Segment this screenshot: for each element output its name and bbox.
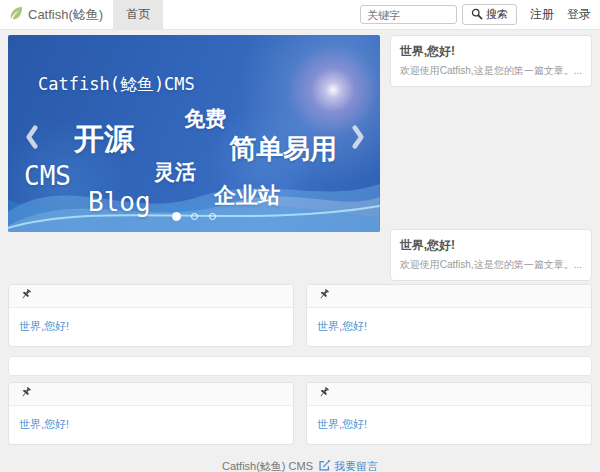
banner-keyword-opensource: 开源 <box>74 119 134 160</box>
banner-keyword-easy: 简单易用 <box>229 131 337 167</box>
nav-tab-home[interactable]: 首页 <box>113 0 163 29</box>
empty-links-bar <box>8 356 592 376</box>
sidebar-article-title[interactable]: 世界,您好! <box>400 237 582 254</box>
register-link[interactable]: 注册 <box>530 6 554 23</box>
pin-icon <box>313 286 333 307</box>
pin-icon <box>15 384 35 405</box>
card-header <box>9 383 293 406</box>
article-link[interactable]: 世界,您好! <box>19 418 69 430</box>
cards-row-2: 世界,您好! 世界,您好! <box>8 382 592 445</box>
carousel-dot-3[interactable] <box>209 213 216 220</box>
pin-icon <box>15 286 35 307</box>
cards-row-1: 世界,您好! 世界,您好! <box>8 284 592 347</box>
card-header <box>307 285 591 308</box>
article-link[interactable]: 世界,您好! <box>317 418 367 430</box>
carousel-dot-1[interactable] <box>172 212 181 221</box>
card-header <box>9 285 293 308</box>
search-input[interactable] <box>360 5 457 24</box>
card-body: 世界,您好! <box>9 406 293 444</box>
carousel-dot-2[interactable] <box>191 213 198 220</box>
site-logo[interactable]: Catfish(鲶鱼) <box>0 0 113 29</box>
card-body: 世界,您好! <box>9 308 293 346</box>
chevron-left-icon[interactable] <box>24 123 39 155</box>
chevron-right-icon[interactable] <box>351 123 366 155</box>
sidebar-article-excerpt: 欢迎使用Catfish,这是您的第一篇文章。... <box>400 258 582 272</box>
card-header <box>307 383 591 406</box>
article-link[interactable]: 世界,您好! <box>317 320 367 332</box>
sidebar-article-excerpt: 欢迎使用Catfish,这是您的第一篇文章。... <box>400 64 582 78</box>
card-body: 世界,您好! <box>307 406 591 444</box>
article-card: 世界,您好! <box>306 382 592 445</box>
login-link[interactable]: 登录 <box>567 6 591 23</box>
banner-keyword-flexible: 灵活 <box>154 158 196 186</box>
article-card: 世界,您好! <box>306 284 592 347</box>
top-navbar: Catfish(鲶鱼) 首页 搜索 注册 登录 <box>0 0 600 30</box>
pin-icon <box>313 384 333 405</box>
sidebar: 世界,您好! 欢迎使用Catfish,这是您的第一篇文章。... 世界,您好! … <box>390 35 592 281</box>
main-content: Catfish(鲶鱼)CMS 开源 免费 简单易用 CMS 灵活 Blog 企业… <box>0 30 600 472</box>
search-icon <box>471 8 483 22</box>
footer-site-name: Catfish(鲶鱼) CMS <box>222 459 313 472</box>
leave-message-link[interactable]: 我要留言 <box>318 459 378 472</box>
search-button[interactable]: 搜索 <box>462 4 517 25</box>
site-logo-text: Catfish(鲶鱼) <box>28 6 103 24</box>
article-link[interactable]: 世界,您好! <box>19 320 69 332</box>
sidebar-panel-article-2[interactable]: 世界,您好! 欢迎使用Catfish,这是您的第一篇文章。... <box>390 229 592 281</box>
leave-message-label: 我要留言 <box>334 459 378 472</box>
article-card: 世界,您好! <box>8 382 294 445</box>
header-right: 搜索 注册 登录 <box>360 0 600 29</box>
page-footer: Catfish(鲶鱼) CMS 我要留言 <box>8 445 592 472</box>
search-button-label: 搜索 <box>486 7 508 22</box>
sidebar-panel-article-1[interactable]: 世界,您好! 欢迎使用Catfish,这是您的第一篇文章。... <box>390 35 592 87</box>
banner-keyword-free: 免费 <box>184 105 226 133</box>
carousel-banner[interactable]: Catfish(鲶鱼)CMS 开源 免费 简单易用 CMS 灵活 Blog 企业… <box>8 35 380 232</box>
banner-keyword-cms: CMS <box>24 161 71 191</box>
banner-title: Catfish(鲶鱼)CMS <box>38 73 195 96</box>
leaf-icon <box>9 6 23 23</box>
sidebar-article-title[interactable]: 世界,您好! <box>400 43 582 60</box>
edit-icon <box>318 459 331 472</box>
article-card: 世界,您好! <box>8 284 294 347</box>
card-body: 世界,您好! <box>307 308 591 346</box>
carousel-dots <box>8 207 380 225</box>
